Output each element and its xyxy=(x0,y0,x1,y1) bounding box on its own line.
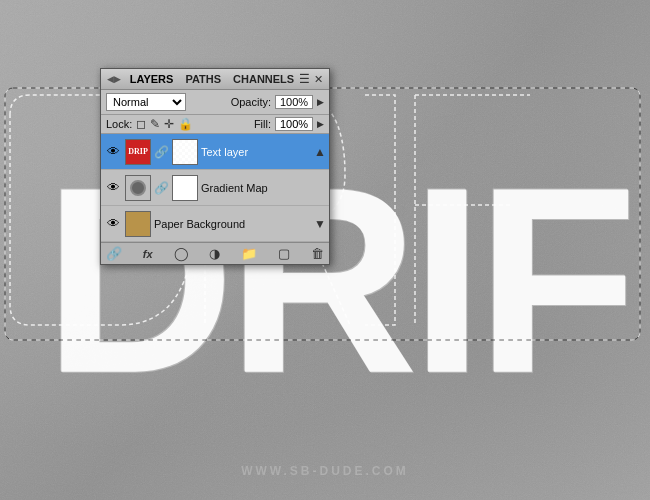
opacity-label: Opacity: xyxy=(231,96,271,108)
lock-all-icon[interactable]: 🔒 xyxy=(178,117,193,131)
layer-thumb-gradient-icon xyxy=(125,175,151,201)
layer-name-paper: Paper Background xyxy=(154,218,326,230)
opacity-value[interactable]: 100% xyxy=(275,95,313,109)
new-layer-icon[interactable]: ▢ xyxy=(278,246,290,261)
layers-list: 👁 DRIP 🔗 Text layer ▲ 👁 xyxy=(101,134,329,242)
blend-mode-select[interactable]: Normal xyxy=(106,93,186,111)
folder-icon[interactable]: 📁 xyxy=(241,246,257,261)
layer-thumb-gradient-mask xyxy=(172,175,198,201)
layer-link-icon-gradient: 🔗 xyxy=(154,181,169,195)
layer-visibility-paper[interactable]: 👁 xyxy=(104,215,122,233)
fx-icon[interactable]: fx xyxy=(143,248,153,260)
layer-scroll-arrow-paper[interactable]: ▼ xyxy=(314,217,326,231)
add-mask-icon[interactable]: ◯ xyxy=(174,246,189,261)
layer-thumbs-text: DRIP 🔗 xyxy=(125,139,198,165)
opacity-arrow[interactable]: ▶ xyxy=(317,97,324,107)
tab-channels[interactable]: CHANNELS xyxy=(231,72,296,86)
layer-visibility-gradient[interactable]: 👁 xyxy=(104,179,122,197)
layer-thumbs-gradient: 🔗 xyxy=(125,175,198,201)
panel-titlebar: ◀▶ LAYERS PATHS CHANNELS ☰ ✕ xyxy=(101,69,329,90)
panel-controls: ☰ ✕ xyxy=(299,72,323,86)
lock-position-icon[interactable]: ✛ xyxy=(164,117,174,131)
link-layers-icon[interactable]: 🔗 xyxy=(106,246,122,261)
layer-thumbs-paper xyxy=(125,211,151,237)
fill-arrow[interactable]: ▶ xyxy=(317,119,324,129)
layer-link-icon-text: 🔗 xyxy=(154,145,169,159)
lock-image-icon[interactable]: ✎ xyxy=(150,117,160,131)
layer-row-text[interactable]: 👁 DRIP 🔗 Text layer ▲ xyxy=(101,134,329,170)
panel-close-button[interactable]: ✕ xyxy=(314,74,323,85)
panel-menu-icon[interactable]: ☰ xyxy=(299,72,310,86)
tab-paths[interactable]: PATHS xyxy=(183,72,223,86)
collapse-arrows[interactable]: ◀▶ xyxy=(107,74,121,84)
eye-icon-gradient: 👁 xyxy=(107,180,120,195)
layer-thumb-text-mask xyxy=(172,139,198,165)
layer-thumb-text-check: DRIP xyxy=(125,139,151,165)
adjustment-circle xyxy=(130,180,146,196)
paper-thumb-bg xyxy=(126,212,150,236)
adjustments-icon[interactable]: ◑ xyxy=(209,246,220,261)
layer-row-gradient[interactable]: 👁 🔗 Gradient Map xyxy=(101,170,329,206)
lock-label: Lock: xyxy=(106,118,132,130)
eye-icon-paper: 👁 xyxy=(107,216,120,231)
layers-panel: ◀▶ LAYERS PATHS CHANNELS ☰ ✕ Normal Opac… xyxy=(100,68,330,265)
drip-badge: DRIP xyxy=(126,140,150,164)
layer-name-gradient: Gradient Map xyxy=(201,182,326,194)
tab-layers[interactable]: LAYERS xyxy=(128,72,176,86)
panel-toolbar: 🔗 fx ◯ ◑ 📁 ▢ 🗑 xyxy=(101,242,329,264)
delete-layer-icon[interactable]: 🗑 xyxy=(311,246,324,261)
eye-icon-text: 👁 xyxy=(107,144,120,159)
layer-thumb-paper xyxy=(125,211,151,237)
lock-fill-row: Lock: ◻ ✎ ✛ 🔒 Fill: 100% ▶ xyxy=(101,115,329,134)
lock-transparent-icon[interactable]: ◻ xyxy=(136,117,146,131)
watermark: WWW.SB-DUDE.COM xyxy=(241,464,409,478)
layer-scroll-arrow-text[interactable]: ▲ xyxy=(314,145,326,159)
layer-row-paper[interactable]: 👁 Paper Background ▼ xyxy=(101,206,329,242)
panel-tabs: LAYERS PATHS CHANNELS xyxy=(128,72,296,86)
layer-name-text: Text layer xyxy=(201,146,326,158)
fill-value[interactable]: 100% xyxy=(275,117,313,131)
layer-visibility-text[interactable]: 👁 xyxy=(104,143,122,161)
blend-opacity-row: Normal Opacity: 100% ▶ xyxy=(101,90,329,115)
fill-label: Fill: xyxy=(254,118,271,130)
